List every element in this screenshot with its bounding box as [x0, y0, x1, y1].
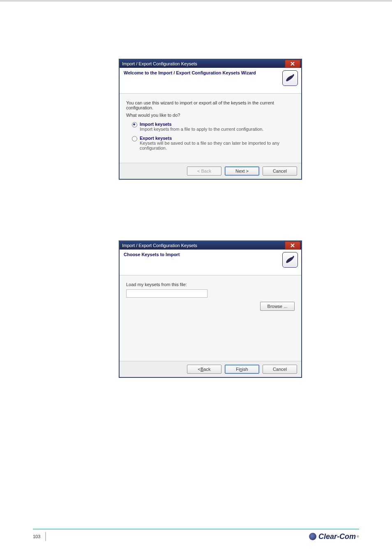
- wizard-dialog-welcome: Import / Export Configuration Keysets We…: [119, 59, 302, 179]
- btn-text-post: ish: [242, 367, 248, 372]
- wizard-icon: [282, 70, 298, 86]
- option-export[interactable]: Export keysets Keysets will be saved out…: [132, 136, 295, 150]
- option-title: Export keysets: [140, 136, 172, 141]
- option-desc: Keysets will be saved out to a file so t…: [140, 141, 279, 150]
- window-title: Import / Export Configuration Keysets: [122, 61, 197, 66]
- option-desc: Import keysets from a file to apply to t…: [140, 127, 263, 132]
- option-title: Import keysets: [140, 122, 172, 127]
- btn-text-u: B: [201, 367, 203, 372]
- dialog-body: You can use this wizard to import or exp…: [120, 94, 301, 163]
- radio-icon: [132, 122, 137, 127]
- brand-logo: Clear-Com ®: [309, 532, 359, 541]
- back-button: < Back: [187, 166, 221, 176]
- finish-button[interactable]: Finish: [225, 365, 259, 374]
- btn-text-pre: Fi: [236, 367, 240, 372]
- page-footer: 103 Clear-Com ®: [33, 529, 359, 541]
- window-title: Import / Export Configuration Keysets: [122, 243, 197, 248]
- titlebar: Import / Export Configuration Keysets: [120, 241, 301, 250]
- dialog-body: Load my keysets from this file: Browse .…: [120, 275, 301, 361]
- brand-name: Clear-Com: [318, 532, 356, 541]
- option-import[interactable]: Import keysets Import keysets from a fil…: [132, 122, 295, 132]
- dialog-heading: Welcome to the Import / Export Configura…: [124, 70, 256, 75]
- browse-button[interactable]: Browse ...: [260, 302, 295, 311]
- prompt-text: Load my keysets from this file:: [126, 282, 295, 287]
- wizard-icon: [282, 252, 298, 268]
- cancel-button[interactable]: Cancel: [263, 166, 297, 176]
- btn-text-post: ack: [203, 367, 210, 372]
- logo-mark-icon: [309, 533, 316, 540]
- titlebar: Import / Export Configuration Keysets: [120, 60, 301, 68]
- close-button[interactable]: [285, 241, 300, 250]
- close-button[interactable]: [285, 60, 300, 68]
- intro-text: You can use this wizard to import or exp…: [126, 100, 295, 110]
- file-path-input[interactable]: [126, 289, 208, 298]
- close-icon: [290, 243, 295, 247]
- next-button[interactable]: Next >: [225, 166, 259, 176]
- trademark: ®: [357, 535, 359, 539]
- back-button[interactable]: < Back: [187, 365, 221, 374]
- cancel-button[interactable]: Cancel: [263, 365, 297, 374]
- radio-icon: [132, 136, 137, 141]
- dialog-header: Welcome to the Import / Export Configura…: [120, 68, 301, 94]
- dialog-buttons: < Back Finish Cancel: [120, 361, 301, 377]
- page-number: 103: [33, 534, 45, 539]
- dialog-heading: Choose Keysets to Import: [124, 252, 180, 257]
- close-icon: [290, 62, 295, 66]
- wizard-dialog-choose-file: Import / Export Configuration Keysets Ch…: [119, 241, 302, 377]
- dialog-header: Choose Keysets to Import: [120, 250, 301, 275]
- dialog-buttons: < Back Next > Cancel: [120, 163, 301, 179]
- question-text: What would you like to do?: [126, 113, 295, 118]
